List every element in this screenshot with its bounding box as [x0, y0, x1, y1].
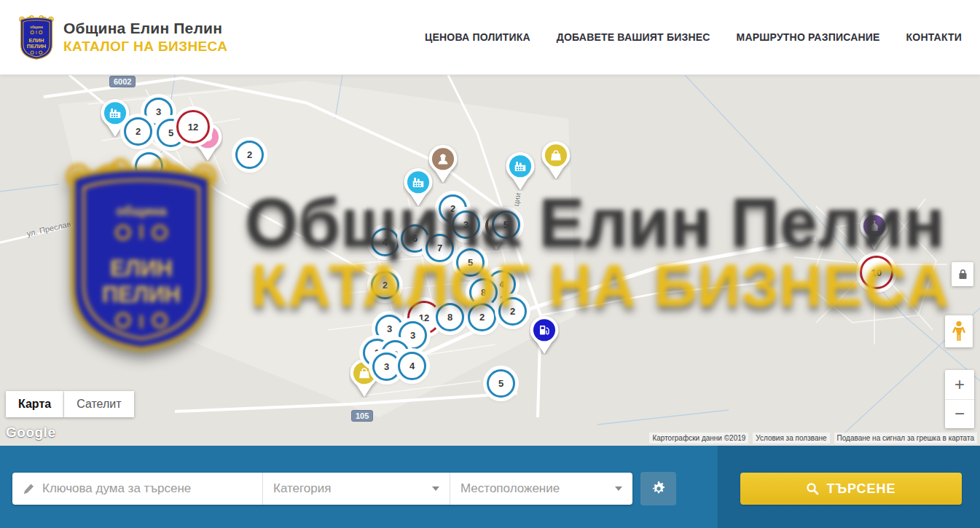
zoom-in-button[interactable]: + — [945, 370, 974, 400]
cluster-marker[interactable] — [135, 152, 163, 181]
nav-item[interactable]: ДОБАВЕТЕ ВАШИЯТ БИЗНЕС — [557, 31, 710, 43]
location-placeholder: Местоположение — [460, 481, 560, 496]
location-select[interactable]: Местоположение — [450, 473, 632, 505]
cluster-marker[interactable]: 7 — [426, 234, 454, 262]
cluster-marker[interactable]: 4 — [371, 228, 399, 256]
site-subtitle: КАТАЛОГ НА БИЗНЕСА — [63, 39, 227, 55]
site-logo[interactable]: община ЕЛИН ПЕЛИН Община Елин Пелин КАТА… — [18, 15, 227, 60]
attribution-link[interactable]: Подаване на сигнал за грешка в картата — [834, 433, 977, 444]
map-type-control: Карта Сателит — [6, 391, 134, 417]
factory-pin[interactable] — [505, 151, 536, 194]
search-icon — [806, 482, 819, 495]
pegman-icon — [952, 320, 965, 342]
cluster-marker[interactable]: 2 — [124, 117, 152, 146]
attribution-link[interactable]: Условия за ползване — [753, 433, 829, 444]
cluster-marker[interactable]: 4 — [398, 352, 426, 380]
search-button-label: ТЪРСЕНЕ — [826, 481, 895, 497]
cluster-marker[interactable]: 3 — [372, 352, 401, 381]
search-button[interactable]: ТЪРСЕНЕ — [740, 473, 962, 505]
road-badge: 105 — [351, 410, 373, 422]
nav-item[interactable]: МАРШРУТНО РАЗПИСАНИЕ — [737, 31, 880, 43]
pegman-control[interactable] — [945, 315, 973, 347]
search-fields: Ключова дума за търсене Категория Местоп… — [12, 473, 632, 505]
bag-pin[interactable] — [541, 141, 571, 183]
svg-text:ПЕЛИН: ПЕЛИН — [27, 43, 46, 50]
nav-item[interactable]: КОНТАКТИ — [906, 31, 962, 43]
cluster-marker[interactable]: 5 — [492, 210, 520, 239]
svg-text:община: община — [30, 25, 43, 29]
cluster-marker[interactable]: 2 — [371, 271, 399, 299]
cluster-marker[interactable]: 8 — [436, 303, 464, 331]
cluster-marker[interactable]: 10 — [860, 256, 893, 289]
zoom-control: + − — [945, 370, 974, 428]
attribution-text: Картографски данни ©2019 — [649, 433, 748, 444]
category-placeholder: Категория — [273, 481, 331, 496]
pencil-icon — [23, 483, 35, 495]
zoom-out-button[interactable]: − — [945, 400, 974, 429]
map-canvas[interactable]: 6002105 ул. Преславбул. „Новоселции 3251… — [0, 75, 980, 446]
cluster-marker[interactable]: 5 — [487, 369, 515, 398]
cluster-marker[interactable]: 12 — [176, 110, 210, 143]
keyword-placeholder: Ключова дума за търсене — [42, 481, 191, 496]
lock-icon — [958, 269, 968, 280]
cluster-marker[interactable]: 2 — [498, 297, 527, 326]
cluster-marker[interactable]: 2 — [468, 303, 496, 331]
worker-pin[interactable] — [428, 144, 458, 186]
lock-control[interactable] — [952, 262, 973, 286]
map-attribution: Картографски данни ©2019Условия за ползв… — [649, 433, 977, 444]
road-badge: 6002 — [109, 76, 136, 87]
map-type-satellite-button[interactable]: Сателит — [64, 391, 133, 417]
google-logo[interactable]: Google — [6, 425, 55, 441]
chevron-down-icon — [432, 486, 439, 491]
chevron-down-icon — [615, 486, 622, 491]
keyword-input[interactable]: Ключова дума за търсене — [12, 473, 262, 505]
municipality-emblem-icon: община ЕЛИН ПЕЛИН — [18, 15, 55, 60]
church-pin[interactable] — [859, 211, 890, 253]
advanced-settings-button[interactable] — [640, 472, 676, 505]
cluster-marker[interactable]: 5 — [456, 248, 485, 277]
cluster-marker[interactable]: 2 — [235, 141, 264, 169]
main-nav: ЦЕНОВА ПОЛИТИКАДОБАВЕТЕ ВАШИЯТ БИЗНЕСМАР… — [425, 31, 962, 43]
site-title: Община Елин Пелин — [63, 20, 227, 37]
svg-text:ЕЛИН: ЕЛИН — [29, 37, 44, 44]
fuel-pin[interactable] — [529, 315, 560, 358]
cluster-marker[interactable]: 3 — [452, 210, 480, 239]
nav-item[interactable]: ЦЕНОВА ПОЛИТИКА — [425, 31, 530, 43]
category-select[interactable]: Категория — [262, 473, 450, 505]
gear-icon — [651, 481, 667, 497]
header: община ЕЛИН ПЕЛИН Община Елин Пелин КАТА… — [0, 0, 980, 75]
map-type-map-button[interactable]: Карта — [6, 391, 64, 417]
search-bar: Ключова дума за търсене Категория Местоп… — [0, 446, 980, 528]
search-button-wrap: ТЪРСЕНЕ — [718, 446, 980, 528]
